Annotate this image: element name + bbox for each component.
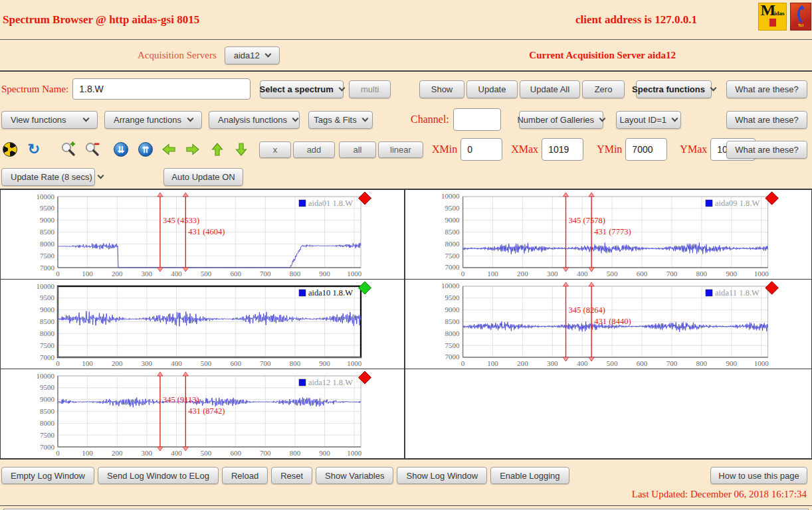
- pan-right-icon[interactable]: [184, 141, 201, 158]
- svg-text:9000: 9000: [40, 305, 55, 313]
- spectrum-chart-aida11[interactable]: 7000750080008500900095001000001002003004…: [405, 280, 811, 368]
- spectra-functions-dropdown[interactable]: Spectra functions: [636, 80, 712, 98]
- number-of-galleries-dropdown[interactable]: Number of Galleries: [519, 111, 603, 129]
- svg-text:aida09 1.8.W: aida09 1.8.W: [715, 199, 760, 208]
- all-button[interactable]: all: [339, 141, 376, 158]
- svg-text:700: 700: [260, 359, 271, 367]
- svg-text:100: 100: [487, 270, 498, 278]
- update-button[interactable]: Update: [466, 80, 518, 98]
- help-range-row-button[interactable]: What are these?: [726, 141, 807, 159]
- svg-text:500: 500: [201, 449, 212, 457]
- empty-log-window-button[interactable]: Empty Log Window: [1, 467, 94, 484]
- linear-button[interactable]: linear: [378, 141, 423, 158]
- spectrum-name-input[interactable]: [72, 78, 251, 100]
- send-log-to-elog-button[interactable]: Send Log Window to ELog: [98, 467, 219, 484]
- spectrum-panel-empty[interactable]: [405, 369, 812, 459]
- tcl-logo[interactable]: Tcl: [790, 3, 811, 31]
- chevron-down-icon: [187, 115, 194, 122]
- show-variables-button[interactable]: Show Variables: [316, 467, 393, 484]
- chevron-down-icon: [338, 84, 345, 91]
- acquisition-server-value: aida12: [234, 50, 260, 60]
- spectrum-chart-aida10[interactable]: 7000750080008500900095001000001002003004…: [1, 280, 404, 368]
- help-spectrum-row-button[interactable]: What are these?: [726, 80, 807, 98]
- spectrum-browser-page: { "header": { "title": "Spectrum Browser…: [0, 0, 812, 510]
- xmax-label: XMax: [511, 143, 538, 155]
- svg-text:9000: 9000: [445, 305, 460, 313]
- update-rate-dropdown[interactable]: Update Rate (8 secs): [1, 168, 95, 186]
- spectrum-chart-aida12[interactable]: 7000750080008500900095001000001002003004…: [1, 369, 404, 458]
- acquisition-server-select[interactable]: aida12: [225, 46, 280, 64]
- pan-left-icon[interactable]: [160, 141, 177, 158]
- ymin-label: YMin: [597, 143, 622, 155]
- analysis-functions-dropdown[interactable]: Analysis functions: [209, 111, 300, 129]
- spectrum-panel-aida11[interactable]: 7000750080008500900095001000001002003004…: [405, 280, 812, 369]
- spectrum-panel-aida12[interactable]: 7000750080008500900095001000001002003004…: [0, 369, 405, 459]
- add-button[interactable]: add: [293, 141, 335, 158]
- x-button[interactable]: x: [259, 141, 291, 158]
- svg-text:400: 400: [577, 270, 588, 278]
- multi-button[interactable]: multi: [349, 80, 391, 98]
- spectrum-panel-aida09[interactable]: 7000750080008500900095001000001002003004…: [405, 190, 812, 280]
- auto-update-button[interactable]: Auto Update ON: [163, 168, 243, 186]
- enable-logging-button[interactable]: Enable Logging: [490, 467, 569, 484]
- svg-text:300: 300: [142, 359, 153, 367]
- green-arrow-glyph: [161, 142, 176, 157]
- zoom-in-icon[interactable]: [60, 141, 77, 158]
- chevron-down-icon: [361, 115, 368, 122]
- reset-button[interactable]: Reset: [271, 467, 312, 484]
- spectrum-gallery-grid: 7000750080008500900095001000001002003004…: [0, 189, 812, 460]
- header: Spectrum Browser @ http aidas-gsi 8015 c…: [0, 0, 812, 40]
- svg-text:0: 0: [56, 359, 60, 367]
- scroll-up-icon[interactable]: ⇈: [137, 141, 154, 158]
- svg-text:300: 300: [547, 359, 558, 367]
- scroll-down-icon[interactable]: ⇊: [112, 141, 130, 158]
- channel-input[interactable]: [453, 108, 501, 131]
- show-button[interactable]: Show: [419, 80, 464, 98]
- svg-text:800: 800: [696, 359, 708, 367]
- ymin-input[interactable]: [625, 138, 667, 161]
- radiation-icon[interactable]: [1, 141, 19, 158]
- zero-button[interactable]: Zero: [582, 80, 625, 98]
- svg-text:900: 900: [319, 449, 330, 457]
- how-to-use-button[interactable]: How to use this page: [710, 467, 807, 484]
- svg-text:1000: 1000: [347, 449, 362, 457]
- svg-text:400: 400: [171, 270, 182, 278]
- pan-down-icon[interactable]: [233, 141, 250, 158]
- layout-id-dropdown[interactable]: Layout ID=1: [616, 111, 681, 129]
- update-all-button[interactable]: Update All: [520, 80, 580, 98]
- svg-text:400: 400: [171, 359, 182, 367]
- svg-text:900: 900: [319, 270, 330, 278]
- client-address: client address is 127.0.0.1: [575, 13, 697, 27]
- zoom-out-icon[interactable]: [84, 141, 101, 158]
- xmin-input[interactable]: [460, 138, 502, 161]
- xmax-input[interactable]: [542, 138, 583, 161]
- arrange-functions-dropdown[interactable]: Arrange functions: [104, 111, 202, 129]
- green-arrow-glyph: [210, 142, 225, 157]
- svg-text:9500: 9500: [445, 294, 460, 301]
- spectrum-panel-aida01[interactable]: 7000750080008500900095001000001002003004…: [0, 190, 405, 280]
- svg-text:9000: 9000: [40, 216, 55, 224]
- refresh-icon[interactable]: ↻: [25, 141, 43, 158]
- svg-text:aida11 1.8.W: aida11 1.8.W: [715, 288, 760, 298]
- svg-text:200: 200: [112, 359, 123, 367]
- svg-text:8000: 8000: [445, 329, 460, 337]
- acquisition-servers-label: Acquisition Servers: [138, 50, 217, 61]
- view-functions-dropdown[interactable]: View functions: [1, 111, 98, 129]
- help-functions-row-button[interactable]: What are these?: [726, 111, 807, 129]
- select-spectrum-dropdown[interactable]: Select a spectrum: [260, 80, 344, 98]
- reload-button[interactable]: Reload: [222, 467, 268, 484]
- spectrum-chart-aida09[interactable]: 7000750080008500900095001000001002003004…: [405, 190, 811, 278]
- svg-text:7000: 7000: [40, 264, 55, 272]
- svg-text:8500: 8500: [40, 317, 55, 325]
- spectrum-panel-aida10[interactable]: 7000750080008500900095001000001002003004…: [0, 280, 405, 369]
- pan-up-icon[interactable]: [209, 141, 226, 158]
- show-log-window-button[interactable]: Show Log Window: [397, 467, 487, 484]
- current-acquisition-server: Current Acquisition Server aida12: [529, 50, 676, 61]
- spectrum-chart-aida01[interactable]: 7000750080008500900095001000001002003004…: [1, 190, 404, 278]
- select-spectrum-label: Select a spectrum: [260, 84, 334, 94]
- midas-logo[interactable]: Midas: [758, 3, 787, 31]
- tags-fits-dropdown[interactable]: Tags & Fits: [308, 111, 373, 129]
- svg-text:0: 0: [56, 449, 60, 457]
- svg-text:10000: 10000: [37, 193, 55, 201]
- svg-text:431 (4604): 431 (4604): [188, 227, 225, 236]
